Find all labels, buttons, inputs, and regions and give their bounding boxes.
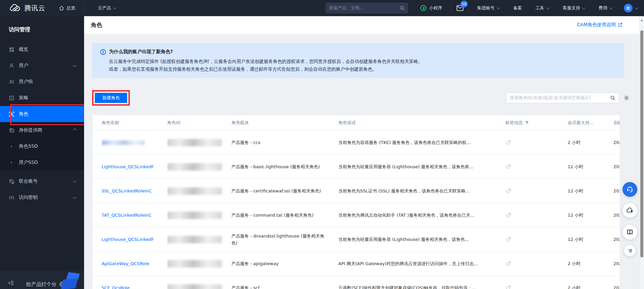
sidebar-item-user-sso[interactable]: 用户SSO — [0, 154, 84, 171]
sidebar-item-label: 角色SSO — [19, 143, 38, 149]
info-banner: i 为什么我的账户出现了新角色? 在云服务中完成特定操作 (如授权创建服务角色)… — [92, 43, 624, 78]
role-session-duration: 2 小时 — [568, 252, 613, 276]
role-carrier: 产品服务 - apigateway — [231, 252, 338, 276]
message-count-badge: 58 — [460, 1, 468, 7]
sidebar-item-role-sso[interactable]: 角色SSO — [0, 138, 84, 154]
create-role-button[interactable]: 新建角色 — [95, 93, 127, 103]
column-header-label: 角色名称 — [102, 120, 119, 126]
open-book-icon — [626, 228, 634, 236]
role-created: 202 — [613, 276, 620, 289]
sidebar-item-label: 角色 — [19, 111, 28, 117]
sidebar-item-users[interactable]: 用户 — [0, 58, 84, 74]
table-body: 产品服务 - ccs当前角色为容器服务 (TKE) 服务角色，该角色将在已关联策… — [92, 131, 620, 289]
tag-icon[interactable] — [505, 164, 512, 170]
rate-product-link[interactable]: 给产品打个分 — [26, 281, 65, 288]
role-description: 当前角色为SSL证书 (SSL) 服务相关角色，该角色将在已关联策略... — [338, 179, 505, 203]
role-session-duration: 12 小时 — [568, 179, 613, 203]
nav-billing[interactable]: 费用 — [599, 5, 612, 11]
sidebar-item-identity-providers[interactable]: 身份提供商 — [0, 122, 84, 138]
docs-button[interactable] — [622, 225, 637, 240]
cloud-bell-icon — [626, 207, 634, 214]
avatar[interactable]: 微 — [624, 4, 633, 12]
role-name-link[interactable]: TAT_QCSLinkedRoleInC — [102, 213, 151, 218]
role-name-link[interactable]: SSL_QCSLinkedRoleInC — [102, 188, 152, 193]
column-header-4[interactable]: 标签信息 — [505, 115, 568, 130]
brand-name: 腾讯云 — [24, 4, 45, 13]
nav-tools-label: 工具 — [535, 5, 544, 11]
scrollbar-thumb[interactable] — [640, 30, 643, 257]
column-header-label: 角色载体 — [231, 120, 249, 126]
customer-service-button[interactable] — [622, 182, 637, 197]
sidebar-item-policies[interactable]: 策略 — [0, 90, 84, 106]
external-link-icon — [618, 23, 622, 27]
tag-icon[interactable] — [505, 188, 512, 194]
table-row: Lighthouse_QCSLinkedF产品服务 - basic.lighth… — [92, 155, 620, 179]
policy-icon — [9, 95, 14, 101]
nav-group-account[interactable]: 集团账号 — [477, 5, 500, 11]
brand[interactable]: 腾讯云 — [9, 4, 45, 13]
redacted-role-id — [167, 284, 222, 289]
chevron-down-icon[interactable] — [635, 6, 638, 9]
refresh-circle-icon — [59, 282, 65, 287]
tencent-cloud-console: 腾讯云 总览 云产品 搜索产品、文档... S 小程序 58 集团账号 备案 — [0, 0, 644, 289]
tag-icon[interactable] — [505, 237, 512, 243]
column-header-3: 角色描述 — [338, 115, 505, 130]
column-header-2: 角色载体 — [231, 115, 338, 130]
chevron-down-icon — [609, 6, 613, 9]
chevron-down-icon — [113, 6, 116, 9]
role-search-placeholder: 搜索角色ID/名称/描述(多关键词空格隔开) — [510, 95, 610, 101]
sidebar-item-overview[interactable]: 概览 — [0, 41, 84, 58]
info-icon: i — [100, 49, 106, 55]
feedback-list-button[interactable] — [624, 245, 636, 256]
nav-products[interactable]: 云产品 — [98, 5, 116, 11]
role-name-link[interactable]: Lighthouse_QCSLinkedF — [102, 237, 154, 242]
sidebar-item-access-keys[interactable]: 访问密钥 — [0, 189, 84, 206]
cam-doc-link[interactable]: CAM角色使用说明 — [577, 22, 622, 28]
tag-icon[interactable] — [505, 261, 512, 267]
search-icon — [400, 5, 405, 11]
search-icon — [610, 95, 615, 101]
role-search-input[interactable]: 搜索角色ID/名称/描述(多关键词空格隔开) — [506, 93, 619, 103]
nav-support[interactable]: 客服支持 — [563, 5, 585, 11]
sidebar-item-federated-accounts[interactable]: 联合账号 — [0, 173, 84, 189]
role-description: 当前角色为容器服务 (TKE) 服务角色，该角色将在已关联策略的权... — [338, 131, 505, 154]
sidebar-item-user-groups[interactable]: 用户组 — [0, 74, 84, 90]
role-session-duration: 2 小时 — [568, 276, 613, 289]
chevron-down-icon — [73, 63, 76, 67]
role-name-link[interactable]: Lighthouse_QCSLinkedF — [102, 164, 154, 169]
role-session-duration: 12 小时 — [568, 155, 613, 179]
table-row: Lighthouse_QCSLinkedF产品服务 - dnsandssl.li… — [92, 227, 620, 252]
role-session-duration: 12 小时 — [568, 203, 613, 227]
role-name-link[interactable]: SCF_QcsRole — [102, 285, 129, 289]
roles-table: 角色名称角色ID角色载体角色描述标签信息会话最大持...创建 产品服务 - cc… — [92, 115, 620, 289]
sidebar-item-label: 用户 — [19, 63, 28, 69]
collapse-sidebar-icon[interactable] — [7, 280, 14, 286]
sidebar-menu: 概览用户用户组策略角色身份提供商角色SSO用户SSO联合账号访问密钥 — [0, 41, 84, 206]
filter-funnel-icon[interactable] — [525, 121, 529, 125]
role-name-link[interactable]: ApiGateWay_QCSRole — [102, 261, 149, 266]
role-description: 当前角色为腾讯云自动化助手 (TAT )服务相关角色，该角色将在已关... — [338, 203, 505, 227]
page-scrollbar[interactable] — [639, 16, 644, 289]
banner-line-1: 在云服务中完成特定操作 (如授权创建服务角色)时，云服务会向用户发送创建服务角色… — [109, 58, 614, 65]
user-icon — [9, 63, 14, 69]
tag-icon[interactable] — [505, 285, 512, 289]
nav-overview[interactable]: 总览 — [59, 5, 75, 11]
role-carrier: 产品服务 - scf — [231, 276, 338, 289]
column-header-label: 创建 — [613, 120, 620, 126]
content: i 为什么我的账户出现了新角色? 在云服务中完成特定操作 (如授权创建服务角色)… — [84, 34, 644, 289]
topbar-search-input[interactable]: 搜索产品、文档... — [326, 3, 408, 13]
redacted-role-id — [167, 187, 222, 195]
column-header-label: 角色ID — [167, 120, 181, 126]
scroll-up-arrow-icon[interactable] — [640, 19, 643, 22]
role-icon — [9, 111, 14, 117]
nav-messages[interactable]: 58 — [456, 5, 464, 11]
redacted-role-id — [167, 163, 222, 171]
nav-tools[interactable]: 工具 — [535, 5, 549, 11]
cloud-alert-button[interactable] — [622, 203, 637, 218]
sidebar-item-roles[interactable]: 角色 — [0, 106, 84, 122]
nav-mini-program[interactable]: S 小程序 — [420, 5, 442, 11]
tag-icon[interactable] — [505, 212, 512, 218]
table-settings-gear-icon[interactable] — [623, 95, 630, 101]
tag-icon[interactable] — [505, 140, 512, 146]
nav-icp[interactable]: 备案 — [513, 5, 522, 11]
